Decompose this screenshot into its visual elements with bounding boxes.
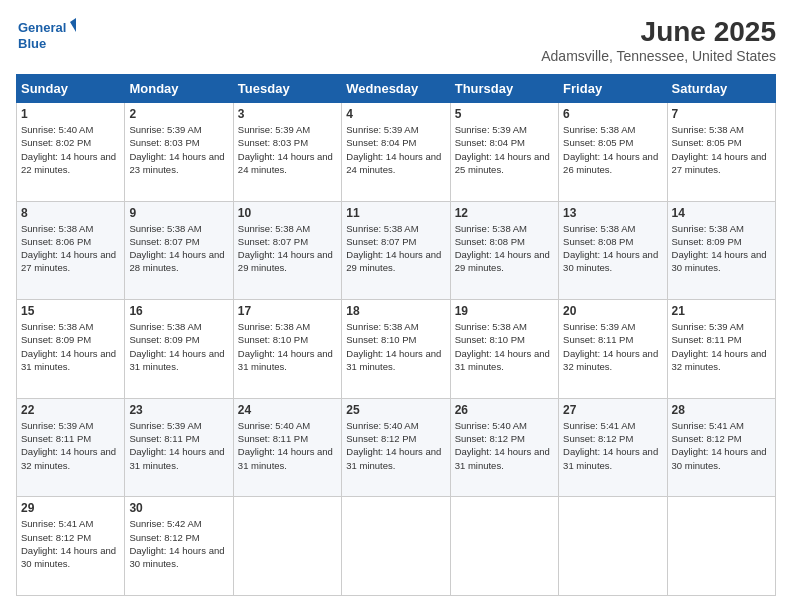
day-info: Sunrise: 5:38 AM Sunset: 8:10 PM Dayligh…	[346, 320, 445, 373]
calendar-cell: 22 Sunrise: 5:39 AM Sunset: 8:11 PM Dayl…	[17, 398, 125, 497]
day-info: Sunrise: 5:41 AM Sunset: 8:12 PM Dayligh…	[672, 419, 771, 472]
calendar-cell: 16 Sunrise: 5:38 AM Sunset: 8:09 PM Dayl…	[125, 300, 233, 399]
day-info: Sunrise: 5:40 AM Sunset: 8:11 PM Dayligh…	[238, 419, 337, 472]
calendar-cell: 20 Sunrise: 5:39 AM Sunset: 8:11 PM Dayl…	[559, 300, 667, 399]
title-section: June 2025 Adamsville, Tennessee, United …	[541, 16, 776, 64]
calendar-cell: 5 Sunrise: 5:39 AM Sunset: 8:04 PM Dayli…	[450, 103, 558, 202]
day-info: Sunrise: 5:38 AM Sunset: 8:08 PM Dayligh…	[563, 222, 662, 275]
day-number: 24	[238, 403, 337, 417]
week-row-3: 15 Sunrise: 5:38 AM Sunset: 8:09 PM Dayl…	[17, 300, 776, 399]
calendar-cell: 15 Sunrise: 5:38 AM Sunset: 8:09 PM Dayl…	[17, 300, 125, 399]
day-info: Sunrise: 5:39 AM Sunset: 8:03 PM Dayligh…	[129, 123, 228, 176]
calendar-cell: 19 Sunrise: 5:38 AM Sunset: 8:10 PM Dayl…	[450, 300, 558, 399]
day-number: 30	[129, 501, 228, 515]
calendar-cell: 23 Sunrise: 5:39 AM Sunset: 8:11 PM Dayl…	[125, 398, 233, 497]
day-number: 16	[129, 304, 228, 318]
day-info: Sunrise: 5:39 AM Sunset: 8:11 PM Dayligh…	[563, 320, 662, 373]
header-thursday: Thursday	[450, 75, 558, 103]
svg-marker-2	[70, 18, 76, 32]
week-row-2: 8 Sunrise: 5:38 AM Sunset: 8:06 PM Dayli…	[17, 201, 776, 300]
day-info: Sunrise: 5:39 AM Sunset: 8:11 PM Dayligh…	[21, 419, 120, 472]
day-info: Sunrise: 5:38 AM Sunset: 8:09 PM Dayligh…	[21, 320, 120, 373]
calendar-header-row: SundayMondayTuesdayWednesdayThursdayFrid…	[17, 75, 776, 103]
header-monday: Monday	[125, 75, 233, 103]
header-friday: Friday	[559, 75, 667, 103]
calendar-cell: 10 Sunrise: 5:38 AM Sunset: 8:07 PM Dayl…	[233, 201, 341, 300]
day-number: 11	[346, 206, 445, 220]
day-info: Sunrise: 5:38 AM Sunset: 8:06 PM Dayligh…	[21, 222, 120, 275]
calendar-cell: 27 Sunrise: 5:41 AM Sunset: 8:12 PM Dayl…	[559, 398, 667, 497]
day-number: 4	[346, 107, 445, 121]
day-info: Sunrise: 5:38 AM Sunset: 8:09 PM Dayligh…	[129, 320, 228, 373]
calendar-cell: 17 Sunrise: 5:38 AM Sunset: 8:10 PM Dayl…	[233, 300, 341, 399]
day-info: Sunrise: 5:42 AM Sunset: 8:12 PM Dayligh…	[129, 517, 228, 570]
calendar-cell: 11 Sunrise: 5:38 AM Sunset: 8:07 PM Dayl…	[342, 201, 450, 300]
week-row-1: 1 Sunrise: 5:40 AM Sunset: 8:02 PM Dayli…	[17, 103, 776, 202]
day-info: Sunrise: 5:40 AM Sunset: 8:12 PM Dayligh…	[455, 419, 554, 472]
svg-text:General: General	[18, 20, 66, 35]
day-number: 12	[455, 206, 554, 220]
day-info: Sunrise: 5:41 AM Sunset: 8:12 PM Dayligh…	[21, 517, 120, 570]
day-info: Sunrise: 5:38 AM Sunset: 8:08 PM Dayligh…	[455, 222, 554, 275]
calendar-cell: 21 Sunrise: 5:39 AM Sunset: 8:11 PM Dayl…	[667, 300, 775, 399]
day-number: 26	[455, 403, 554, 417]
day-info: Sunrise: 5:39 AM Sunset: 8:04 PM Dayligh…	[455, 123, 554, 176]
page: General Blue June 2025 Adamsville, Tenne…	[0, 0, 792, 612]
day-info: Sunrise: 5:38 AM Sunset: 8:07 PM Dayligh…	[129, 222, 228, 275]
calendar-cell: 7 Sunrise: 5:38 AM Sunset: 8:05 PM Dayli…	[667, 103, 775, 202]
day-number: 9	[129, 206, 228, 220]
day-number: 1	[21, 107, 120, 121]
day-info: Sunrise: 5:38 AM Sunset: 8:05 PM Dayligh…	[672, 123, 771, 176]
day-number: 20	[563, 304, 662, 318]
calendar-cell: 26 Sunrise: 5:40 AM Sunset: 8:12 PM Dayl…	[450, 398, 558, 497]
calendar-cell: 25 Sunrise: 5:40 AM Sunset: 8:12 PM Dayl…	[342, 398, 450, 497]
svg-text:Blue: Blue	[18, 36, 46, 51]
day-number: 13	[563, 206, 662, 220]
day-number: 23	[129, 403, 228, 417]
day-number: 27	[563, 403, 662, 417]
day-info: Sunrise: 5:38 AM Sunset: 8:09 PM Dayligh…	[672, 222, 771, 275]
day-number: 7	[672, 107, 771, 121]
calendar-cell: 2 Sunrise: 5:39 AM Sunset: 8:03 PM Dayli…	[125, 103, 233, 202]
day-number: 5	[455, 107, 554, 121]
day-number: 14	[672, 206, 771, 220]
calendar-cell	[667, 497, 775, 596]
day-number: 18	[346, 304, 445, 318]
calendar-cell: 30 Sunrise: 5:42 AM Sunset: 8:12 PM Dayl…	[125, 497, 233, 596]
day-number: 6	[563, 107, 662, 121]
day-number: 8	[21, 206, 120, 220]
day-info: Sunrise: 5:38 AM Sunset: 8:05 PM Dayligh…	[563, 123, 662, 176]
calendar-cell: 12 Sunrise: 5:38 AM Sunset: 8:08 PM Dayl…	[450, 201, 558, 300]
day-info: Sunrise: 5:41 AM Sunset: 8:12 PM Dayligh…	[563, 419, 662, 472]
calendar-cell: 29 Sunrise: 5:41 AM Sunset: 8:12 PM Dayl…	[17, 497, 125, 596]
header: General Blue June 2025 Adamsville, Tenne…	[16, 16, 776, 64]
day-info: Sunrise: 5:39 AM Sunset: 8:11 PM Dayligh…	[129, 419, 228, 472]
day-info: Sunrise: 5:38 AM Sunset: 8:10 PM Dayligh…	[238, 320, 337, 373]
header-tuesday: Tuesday	[233, 75, 341, 103]
day-info: Sunrise: 5:40 AM Sunset: 8:02 PM Dayligh…	[21, 123, 120, 176]
day-info: Sunrise: 5:38 AM Sunset: 8:10 PM Dayligh…	[455, 320, 554, 373]
day-info: Sunrise: 5:40 AM Sunset: 8:12 PM Dayligh…	[346, 419, 445, 472]
calendar-cell: 24 Sunrise: 5:40 AM Sunset: 8:11 PM Dayl…	[233, 398, 341, 497]
day-number: 15	[21, 304, 120, 318]
calendar-cell	[450, 497, 558, 596]
week-row-5: 29 Sunrise: 5:41 AM Sunset: 8:12 PM Dayl…	[17, 497, 776, 596]
logo-svg: General Blue	[16, 16, 76, 56]
day-info: Sunrise: 5:39 AM Sunset: 8:11 PM Dayligh…	[672, 320, 771, 373]
day-number: 2	[129, 107, 228, 121]
main-title: June 2025	[541, 16, 776, 48]
calendar-cell: 4 Sunrise: 5:39 AM Sunset: 8:04 PM Dayli…	[342, 103, 450, 202]
calendar-cell: 1 Sunrise: 5:40 AM Sunset: 8:02 PM Dayli…	[17, 103, 125, 202]
day-number: 3	[238, 107, 337, 121]
calendar-cell	[233, 497, 341, 596]
day-info: Sunrise: 5:39 AM Sunset: 8:04 PM Dayligh…	[346, 123, 445, 176]
day-info: Sunrise: 5:38 AM Sunset: 8:07 PM Dayligh…	[346, 222, 445, 275]
day-number: 19	[455, 304, 554, 318]
calendar-cell: 28 Sunrise: 5:41 AM Sunset: 8:12 PM Dayl…	[667, 398, 775, 497]
day-number: 28	[672, 403, 771, 417]
day-number: 22	[21, 403, 120, 417]
day-number: 10	[238, 206, 337, 220]
calendar-cell: 9 Sunrise: 5:38 AM Sunset: 8:07 PM Dayli…	[125, 201, 233, 300]
calendar-cell: 18 Sunrise: 5:38 AM Sunset: 8:10 PM Dayl…	[342, 300, 450, 399]
calendar-cell	[342, 497, 450, 596]
